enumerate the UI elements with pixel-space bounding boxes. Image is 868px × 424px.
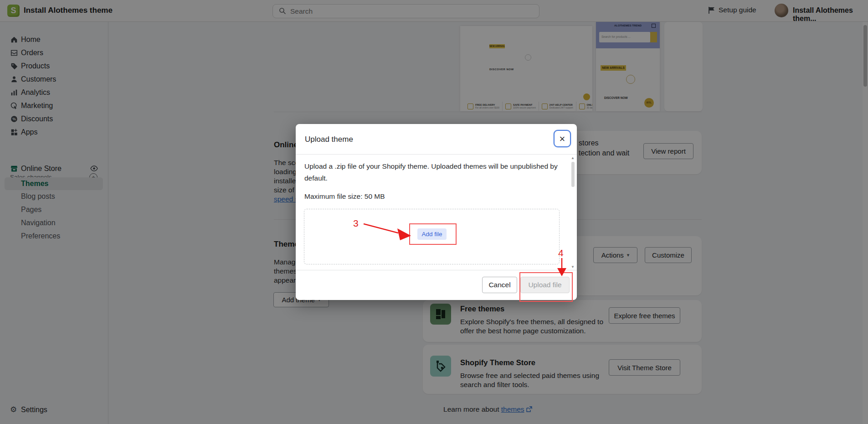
- scroll-up-arrow[interactable]: ▲: [570, 156, 575, 160]
- modal-scrollbar[interactable]: ▲ ▼: [570, 156, 575, 269]
- modal-scrollbar-thumb[interactable]: [571, 162, 575, 187]
- annotation-box-add-file: [409, 223, 457, 245]
- annotation-step-4: 4: [558, 248, 564, 259]
- modal-header-divider: [296, 154, 577, 155]
- modal-title: Upload theme: [305, 135, 353, 144]
- close-icon[interactable]: ×: [554, 130, 571, 147]
- annotation-box-upload-file: [519, 272, 573, 302]
- shopify-admin: S Install Alothemes theme Setup guide In…: [0, 0, 868, 424]
- max-file-size-text: Maximum file size: 50 MB: [304, 192, 385, 201]
- modal-footer-divider: [296, 270, 577, 270]
- scroll-down-arrow[interactable]: ▼: [570, 265, 575, 269]
- modal-body-text: Upload a .zip file of your Shopify theme…: [304, 160, 560, 184]
- cancel-button[interactable]: Cancel: [482, 277, 517, 293]
- annotation-step-3: 3: [353, 218, 359, 229]
